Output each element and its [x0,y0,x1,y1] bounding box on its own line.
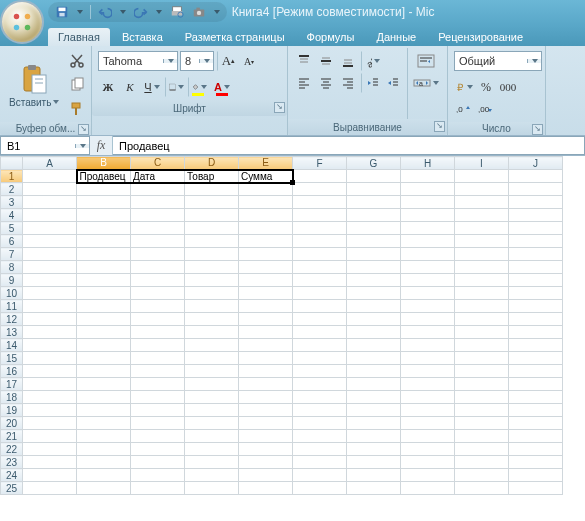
cell[interactable] [509,456,563,469]
row-header[interactable]: 3 [1,196,23,209]
cell[interactable] [239,404,293,417]
cell[interactable] [77,300,131,313]
grow-font-icon[interactable]: A▴ [217,51,237,71]
cell[interactable] [455,235,509,248]
cell[interactable] [23,404,77,417]
cell[interactable] [509,300,563,313]
chevron-down-icon[interactable] [75,144,89,148]
cell[interactable] [131,313,185,326]
cell[interactable] [293,404,347,417]
row-header[interactable]: 21 [1,430,23,443]
cell[interactable] [293,222,347,235]
cell[interactable] [131,196,185,209]
cell[interactable] [293,365,347,378]
cell[interactable] [509,261,563,274]
cell[interactable] [77,417,131,430]
decrease-indent-icon[interactable] [361,73,381,93]
tab-review[interactable]: Рецензирование [428,28,533,46]
row-header[interactable]: 4 [1,209,23,222]
cell[interactable] [185,352,239,365]
cell[interactable] [401,391,455,404]
chevron-down-icon[interactable] [527,59,541,63]
cell[interactable] [401,235,455,248]
cell[interactable] [401,313,455,326]
cell[interactable] [509,209,563,222]
cell[interactable] [239,300,293,313]
row-header[interactable]: 23 [1,456,23,469]
cell[interactable] [23,443,77,456]
cell[interactable] [293,482,347,495]
cell[interactable] [401,287,455,300]
cell[interactable] [401,183,455,196]
cell[interactable] [455,430,509,443]
cell[interactable] [239,417,293,430]
cell[interactable] [185,261,239,274]
cell[interactable] [185,235,239,248]
cell[interactable] [401,417,455,430]
cell[interactable] [239,469,293,482]
align-middle-icon[interactable] [316,51,336,71]
cell[interactable] [77,443,131,456]
cell[interactable] [23,391,77,404]
cell[interactable] [401,352,455,365]
alignment-dialog-launcher[interactable]: ↘ [434,121,445,132]
cell[interactable] [185,313,239,326]
cell[interactable] [401,261,455,274]
cell[interactable] [239,222,293,235]
cell[interactable] [455,365,509,378]
cell[interactable] [401,326,455,339]
cell[interactable] [77,196,131,209]
chevron-down-icon[interactable] [163,59,177,63]
cell[interactable] [185,196,239,209]
formula-input[interactable]: Продавец [113,136,585,155]
cell[interactable]: Продавец [77,170,131,183]
cell[interactable] [347,261,401,274]
cell[interactable] [509,404,563,417]
cell[interactable] [401,339,455,352]
cell[interactable] [239,378,293,391]
cell[interactable] [293,352,347,365]
cell[interactable] [185,417,239,430]
save-dropdown-icon[interactable] [76,4,84,20]
row-header[interactable]: 15 [1,352,23,365]
font-name-combo[interactable]: Tahoma [98,51,178,71]
cell[interactable] [293,430,347,443]
cell[interactable] [455,404,509,417]
row-header[interactable]: 2 [1,183,23,196]
cell[interactable] [455,443,509,456]
cell[interactable] [401,300,455,313]
cell[interactable] [77,248,131,261]
cell[interactable] [401,274,455,287]
cell[interactable] [185,222,239,235]
increase-indent-icon[interactable] [383,73,403,93]
cell[interactable] [293,417,347,430]
row-header[interactable]: 24 [1,469,23,482]
cell[interactable] [455,456,509,469]
cell[interactable] [347,482,401,495]
align-left-icon[interactable] [294,73,314,93]
cell[interactable] [401,430,455,443]
cell[interactable] [23,261,77,274]
paste-button[interactable]: Вставить [4,48,64,122]
row-header[interactable]: 5 [1,222,23,235]
cell[interactable] [239,456,293,469]
cell[interactable] [455,274,509,287]
cell[interactable] [23,365,77,378]
cell[interactable] [239,391,293,404]
bold-button[interactable]: Ж [98,77,118,97]
cell[interactable] [185,469,239,482]
copy-icon[interactable] [66,74,88,96]
cell[interactable] [185,378,239,391]
cell[interactable] [131,222,185,235]
cell[interactable] [185,443,239,456]
cell[interactable] [509,287,563,300]
cell[interactable] [401,365,455,378]
cell[interactable]: Товар [185,170,239,183]
cell[interactable] [401,209,455,222]
cell[interactable] [23,430,77,443]
shrink-font-icon[interactable]: A▾ [239,51,259,71]
cell[interactable] [293,261,347,274]
cell[interactable] [455,248,509,261]
cell[interactable] [509,235,563,248]
column-header[interactable]: F [293,157,347,170]
